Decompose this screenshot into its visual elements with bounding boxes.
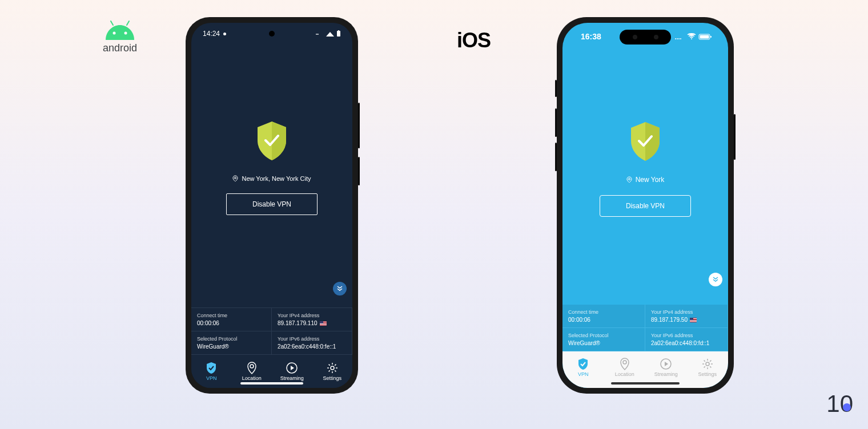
location-text: New York xyxy=(636,176,665,184)
brand-logo: 10 xyxy=(826,390,851,418)
location-pin-icon xyxy=(232,175,238,182)
nav-streaming[interactable]: Streaming xyxy=(645,351,687,383)
android-platform-label: android xyxy=(103,21,137,54)
svg-point-11 xyxy=(678,38,680,39)
disable-vpn-button[interactable]: Disable VPN xyxy=(226,193,318,215)
info-panel: Connect time 00:00:06 Your IPv4 address … xyxy=(191,307,352,355)
nav-location[interactable]: Location xyxy=(604,351,646,383)
svg-point-12 xyxy=(680,38,681,39)
svg-point-9 xyxy=(675,38,676,39)
info-panel: Connect time 00:00:06 Your IPv4 address … xyxy=(562,305,728,351)
android-text: android xyxy=(103,42,137,54)
android-logo-icon xyxy=(103,21,137,41)
svg-point-8 xyxy=(331,366,334,370)
chevron-down-double-icon xyxy=(336,285,343,292)
shield-check-icon xyxy=(254,120,290,161)
status-icons xyxy=(674,33,712,40)
play-circle-icon xyxy=(286,362,298,374)
main-area: New York Disable VPN xyxy=(562,33,728,305)
disable-vpn-button[interactable]: Disable VPN xyxy=(600,195,691,217)
location-row[interactable]: New York, New York City xyxy=(232,175,311,182)
main-area: New York, New York City Disable VPN xyxy=(191,27,352,307)
play-circle-icon xyxy=(660,358,672,370)
android-phone-mockup: 14:24 ∞ New York, New York City Disable … xyxy=(186,17,358,394)
info-ipv4: Your IPv4 address 89.187.179.110 xyxy=(272,308,352,331)
nav-settings[interactable]: Settings xyxy=(687,351,729,383)
status-icons: ∞ xyxy=(316,30,341,37)
shield-icon xyxy=(205,362,218,374)
svg-point-13 xyxy=(691,38,692,39)
nav-settings[interactable]: Settings xyxy=(312,355,353,388)
info-protocol: Selected Protocol WireGuard® xyxy=(562,328,645,351)
expand-panel-button[interactable] xyxy=(709,273,722,286)
svg-point-10 xyxy=(677,38,678,39)
dynamic-island xyxy=(620,30,671,44)
info-ipv6: Your IPv6 address 2a02:6ea0:c448:0:fd::1 xyxy=(645,328,728,351)
location-pin-icon xyxy=(626,176,632,183)
svg-rect-16 xyxy=(710,36,712,38)
svg-point-1 xyxy=(124,32,127,35)
svg-point-18 xyxy=(623,361,626,364)
svg-point-5 xyxy=(235,177,236,179)
location-pin-icon xyxy=(246,362,258,374)
info-ipv6: Your IPv6 address 2a02:6ea0:c448:0:fe::1 xyxy=(272,331,352,355)
ios-phone-mockup: 16:38 New York Disable VPN xyxy=(557,17,734,394)
shield-check-icon xyxy=(628,121,663,162)
status-time: 16:38 xyxy=(581,32,601,41)
gear-icon xyxy=(326,362,339,374)
status-time: 14:24 xyxy=(203,30,220,38)
info-ipv4: Your IPv4 address 89.187.179.50 xyxy=(645,305,728,328)
location-text: New York, New York City xyxy=(242,175,311,182)
svg-text:∞: ∞ xyxy=(316,32,319,36)
shield-icon xyxy=(577,358,589,370)
chevron-down-double-icon xyxy=(712,276,719,283)
home-indicator[interactable] xyxy=(611,382,680,385)
svg-point-20 xyxy=(706,362,709,366)
home-indicator[interactable] xyxy=(240,382,303,385)
svg-point-17 xyxy=(628,179,630,180)
info-connect-time: Connect time 00:00:06 xyxy=(191,308,272,331)
info-protocol: Selected Protocol WireGuard® xyxy=(191,331,272,355)
info-connect-time: Connect time 00:00:06 xyxy=(562,305,645,328)
expand-panel-button[interactable] xyxy=(333,282,347,296)
nav-vpn[interactable]: VPN xyxy=(562,351,604,383)
svg-point-6 xyxy=(250,365,254,368)
svg-rect-4 xyxy=(338,30,339,31)
location-row[interactable]: New York xyxy=(626,176,665,184)
us-flag-icon xyxy=(320,321,327,326)
ios-platform-label: iOS xyxy=(457,29,491,52)
svg-rect-15 xyxy=(700,35,709,39)
svg-point-0 xyxy=(113,32,116,35)
us-flag-icon xyxy=(690,318,697,322)
camera-icon xyxy=(269,31,275,37)
gear-icon xyxy=(701,358,714,370)
nav-vpn[interactable]: VPN xyxy=(191,355,232,388)
location-pin-icon xyxy=(618,358,631,370)
svg-rect-3 xyxy=(337,31,340,37)
